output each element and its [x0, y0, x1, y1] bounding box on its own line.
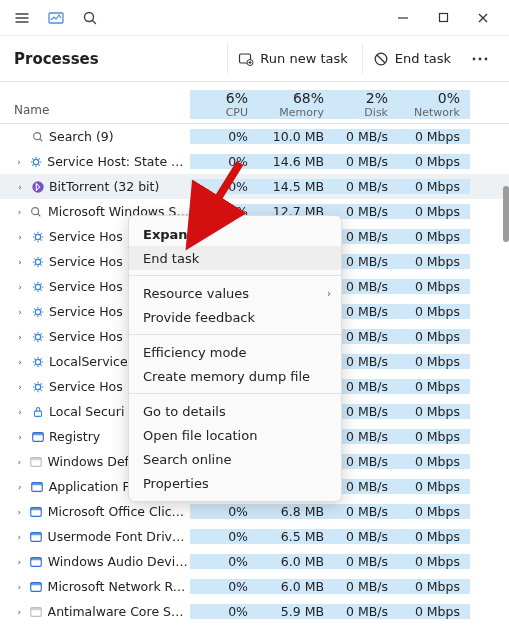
- column-name[interactable]: Name: [0, 103, 190, 119]
- process-icon: [29, 554, 44, 569]
- svg-point-10: [33, 159, 38, 164]
- cell-cpu: 0%: [190, 604, 258, 619]
- cell-cpu: 0%: [190, 129, 258, 144]
- context-search-online[interactable]: Search online: [129, 447, 341, 471]
- expand-chevron-icon[interactable]: ›: [14, 482, 26, 492]
- expand-chevron-icon[interactable]: ›: [14, 407, 26, 417]
- context-end-task[interactable]: End task: [129, 246, 341, 270]
- minimize-button[interactable]: [383, 4, 423, 32]
- process-row[interactable]: ›Microsoft Network Realt…0%6.0 MB0 MB/s0…: [0, 574, 509, 599]
- run-new-task-button[interactable]: Run new task: [227, 44, 355, 74]
- process-name-cell: ›Antimalware Core Service: [0, 604, 190, 619]
- svg-rect-28: [31, 507, 42, 510]
- expand-chevron-icon[interactable]: ›: [14, 207, 25, 217]
- process-name: Local Securi: [49, 404, 124, 419]
- process-row[interactable]: ›Windows Audio Device …0%6.0 MB0 MB/s0 M…: [0, 549, 509, 574]
- column-memory[interactable]: ⌄ 68% Memory: [258, 90, 334, 119]
- column-disk[interactable]: 2% Disk: [334, 90, 398, 119]
- context-open-file-location[interactable]: Open file location: [129, 423, 341, 447]
- expand-chevron-icon[interactable]: ›: [14, 457, 25, 467]
- context-separator: [129, 393, 341, 394]
- search-button[interactable]: [74, 4, 106, 32]
- svg-point-12: [32, 207, 39, 214]
- expand-chevron-icon[interactable]: ›: [14, 232, 26, 242]
- memory-label: Memory: [279, 106, 324, 119]
- process-name: Usermode Font Driver H…: [47, 529, 190, 544]
- process-icon: [30, 304, 45, 319]
- expand-chevron-icon[interactable]: ›: [14, 282, 26, 292]
- process-name: LocalService: [49, 354, 128, 369]
- app-icon: [40, 4, 72, 32]
- expand-chevron-icon[interactable]: ›: [14, 157, 24, 167]
- cell-net: 0 Mbps: [398, 429, 470, 444]
- expand-chevron-icon[interactable]: ›: [14, 432, 26, 442]
- process-row[interactable]: ›Antimalware Core Service0%5.9 MB0 MB/s0…: [0, 599, 509, 624]
- expand-chevron-icon[interactable]: ›: [14, 257, 26, 267]
- context-properties[interactable]: Properties: [129, 471, 341, 495]
- svg-rect-30: [31, 532, 42, 535]
- cell-disk: 0 MB/s: [334, 429, 398, 444]
- network-label: Network: [414, 106, 460, 119]
- process-row[interactable]: ›BitTorrent (32 bit)0%14.5 MB0 MB/s0 Mbp…: [0, 174, 509, 199]
- column-network[interactable]: 0% Network: [398, 90, 470, 119]
- context-expand[interactable]: Expand: [129, 222, 341, 246]
- context-provide-feedback[interactable]: Provide feedback: [129, 305, 341, 329]
- context-separator: [129, 334, 341, 335]
- svg-rect-22: [32, 432, 43, 435]
- hamburger-menu-button[interactable]: [6, 4, 38, 32]
- context-resource-values[interactable]: Resource values ›: [129, 281, 341, 305]
- process-name: Search (9): [49, 129, 114, 144]
- process-name: Service Hos: [49, 329, 123, 344]
- more-options-button[interactable]: [465, 57, 495, 61]
- process-icon: [29, 204, 44, 219]
- process-icon: [29, 604, 44, 619]
- tab-processes[interactable]: Processes: [14, 50, 99, 68]
- expand-chevron-icon[interactable]: ›: [14, 357, 26, 367]
- expand-chevron-icon[interactable]: ›: [14, 607, 25, 617]
- cpu-percent: 6%: [226, 90, 248, 106]
- process-icon: [30, 429, 45, 444]
- table-header: Name 6% CPU ⌄ 68% Memory 2% Disk 0% Netw…: [0, 82, 509, 124]
- cell-disk: 0 MB/s: [334, 579, 398, 594]
- cell-disk: 0 MB/s: [334, 254, 398, 269]
- cell-cpu: 0%: [190, 579, 258, 594]
- process-row[interactable]: Search (9)0%10.0 MB0 MB/s0 Mbps: [0, 124, 509, 149]
- maximize-button[interactable]: [423, 4, 463, 32]
- svg-point-8: [485, 57, 488, 60]
- cell-net: 0 Mbps: [398, 329, 470, 344]
- end-task-button[interactable]: End task: [362, 44, 459, 74]
- process-icon: [30, 129, 45, 144]
- svg-point-11: [32, 181, 43, 192]
- svg-rect-20: [34, 411, 41, 416]
- process-name: Microsoft Office Click-to…: [48, 504, 190, 519]
- process-icon: [29, 504, 44, 519]
- svg-point-14: [35, 259, 40, 264]
- process-row[interactable]: ›Microsoft Office Click-to…0%6.8 MB0 MB/…: [0, 499, 509, 524]
- cell-disk: 0 MB/s: [334, 279, 398, 294]
- expand-chevron-icon[interactable]: ›: [14, 307, 26, 317]
- process-row[interactable]: ›Usermode Font Driver H…0%6.5 MB0 MB/s0 …: [0, 524, 509, 549]
- cell-net: 0 Mbps: [398, 154, 470, 169]
- context-resource-values-label: Resource values: [143, 286, 249, 301]
- expand-chevron-icon[interactable]: ›: [14, 532, 24, 542]
- context-efficiency-mode[interactable]: Efficiency mode: [129, 340, 341, 364]
- process-name: Microsoft Network Realt…: [48, 579, 190, 594]
- expand-chevron-icon[interactable]: ›: [14, 332, 26, 342]
- process-name: BitTorrent (32 bit): [49, 179, 159, 194]
- process-row[interactable]: ›Service Host: State Repo…0%14.6 MB0 MB/…: [0, 149, 509, 174]
- expand-chevron-icon[interactable]: ›: [14, 582, 25, 592]
- context-separator: [129, 275, 341, 276]
- expand-chevron-icon[interactable]: ›: [14, 182, 26, 192]
- context-create-dump[interactable]: Create memory dump file: [129, 364, 341, 388]
- process-name-cell: ›Usermode Font Driver H…: [0, 529, 190, 544]
- column-cpu[interactable]: 6% CPU: [190, 90, 258, 119]
- context-go-to-details[interactable]: Go to details: [129, 399, 341, 423]
- cell-disk: 0 MB/s: [334, 204, 398, 219]
- expand-chevron-icon[interactable]: ›: [14, 382, 26, 392]
- disk-percent: 2%: [366, 90, 388, 106]
- scrollbar-thumb[interactable]: [503, 186, 509, 242]
- close-button[interactable]: [463, 4, 503, 32]
- expand-chevron-icon[interactable]: ›: [14, 557, 25, 567]
- cell-net: 0 Mbps: [398, 504, 470, 519]
- expand-chevron-icon[interactable]: ›: [14, 507, 25, 517]
